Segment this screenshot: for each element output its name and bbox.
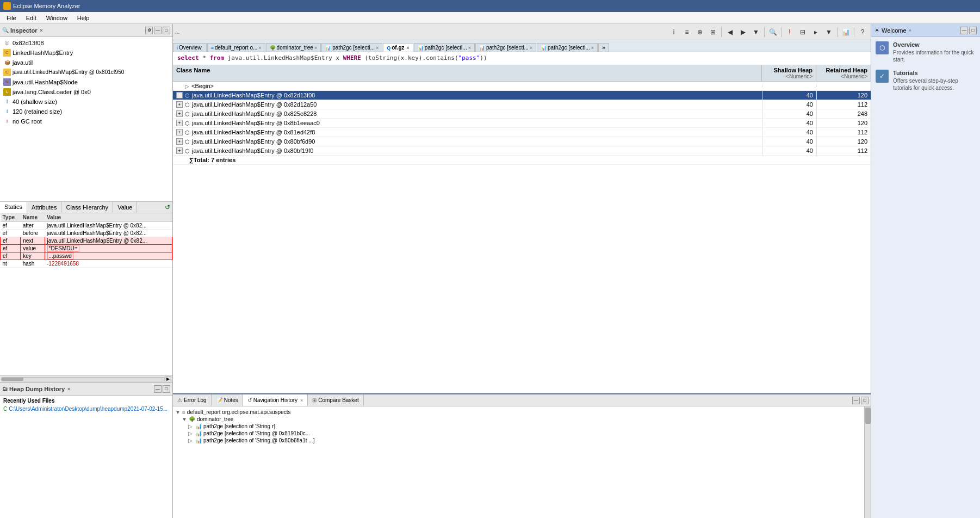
toolbar-help-btn[interactable]: ? bbox=[857, 26, 869, 38]
welcome-minimize[interactable]: — bbox=[960, 27, 968, 34]
tab-path2gc3[interactable]: 📊 path2gc [selecti... × bbox=[475, 43, 536, 52]
nav-item-path2ge-3[interactable]: ▷ 📊 path2ge [selection of 'String @ 0x80… bbox=[188, 437, 862, 444]
toolbar-run2-btn[interactable]: ▼ bbox=[823, 26, 835, 38]
tutorials-title: Tutorials bbox=[893, 70, 976, 76]
row1-label: java.util.LinkedHashMap$Entry @ 0x82d13f… bbox=[192, 92, 315, 98]
path2gc3-close[interactable]: × bbox=[530, 45, 532, 51]
row1-shallow: 40 bbox=[762, 91, 816, 100]
tab-default-report[interactable]: ≡ default_report o... × bbox=[207, 43, 265, 52]
path2gc4-close[interactable]: × bbox=[591, 45, 594, 51]
inspector-minimize[interactable]: — bbox=[154, 27, 162, 34]
table-row[interactable]: ef after java.util.LinkedHashMap$Entry @… bbox=[1, 222, 172, 230]
tab-nav-history[interactable]: ↺ Navigation History × bbox=[243, 394, 308, 406]
tab-oql[interactable]: Q of.gz × bbox=[383, 43, 413, 52]
inspector-retained: i 120 (retained size) bbox=[2, 107, 170, 116]
row5-expand-btn[interactable]: + bbox=[176, 129, 183, 135]
toolbar-chart-btn[interactable]: 📊 bbox=[840, 26, 852, 38]
toolbar-stop-btn[interactable]: ! bbox=[784, 26, 796, 38]
inspector-maximize[interactable]: □ bbox=[163, 27, 170, 34]
nav-history-close[interactable]: × bbox=[300, 398, 303, 403]
toolbar-add-btn[interactable]: ⊕ bbox=[694, 26, 706, 38]
result-row-begin[interactable]: ▷ <Begin> bbox=[173, 82, 871, 91]
inspector-header: 🔍 Inspector × ⚙ — □ bbox=[0, 24, 172, 37]
scroll-right[interactable]: ▶ bbox=[165, 376, 171, 383]
row-value: -1228491658 bbox=[45, 260, 172, 268]
default-report-close[interactable]: × bbox=[258, 45, 261, 51]
row-value: *DESMDU= bbox=[45, 245, 172, 252]
overview-text: Overview Provides information for the qu… bbox=[893, 41, 976, 63]
toolbar-reports-btn[interactable]: ≡ bbox=[681, 26, 693, 38]
row3-expand-btn[interactable]: + bbox=[176, 110, 183, 117]
nav-icon-1: ≡ bbox=[182, 409, 185, 415]
toolbar-info-btn[interactable]: i bbox=[668, 26, 680, 38]
inspector-toolbar-btn1[interactable]: ⚙ bbox=[145, 27, 153, 34]
row4-expand-btn[interactable]: + bbox=[176, 120, 183, 126]
result-row-5[interactable]: + ⬡ java.util.LinkedHashMap$Entry @ 0x81… bbox=[173, 128, 871, 137]
path2gc2-close[interactable]: × bbox=[468, 45, 471, 51]
tab-statics[interactable]: Statics bbox=[0, 202, 27, 213]
inspector-scrollbar[interactable]: ▶ bbox=[0, 375, 172, 382]
table-row-next[interactable]: ef next java.util.LinkedHashMap$Entry @ … bbox=[1, 237, 172, 245]
inspector-loader: L java.lang.ClassLoader @ 0x0 bbox=[2, 87, 170, 97]
toolbar-run-btn[interactable]: ▸ bbox=[810, 26, 822, 38]
tab-compare-basket[interactable]: ⊞ Compare Basket bbox=[308, 394, 363, 406]
row7-expand-btn[interactable]: + bbox=[176, 147, 183, 154]
row6-expand-btn[interactable]: + bbox=[176, 138, 183, 145]
menu-edit[interactable]: Edit bbox=[22, 14, 41, 22]
toolbar-back-btn[interactable]: ◀ bbox=[724, 26, 736, 38]
toolbar-dropdown-btn[interactable]: ▼ bbox=[750, 26, 762, 38]
result-row-1[interactable]: + ⬡ java.util.LinkedHashMap$Entry @ 0x82… bbox=[173, 91, 871, 100]
tab-error-log[interactable]: ⚠ Error Log bbox=[173, 394, 212, 406]
table-row-key[interactable]: ef key ...passwd bbox=[1, 252, 172, 260]
tab-overview[interactable]: i Overview bbox=[173, 43, 207, 52]
nav-item-default-report[interactable]: ▼ ≡ default_report org.eclipse.mat.api.s… bbox=[175, 409, 862, 416]
tab-notes[interactable]: 📝 Notes bbox=[212, 394, 243, 406]
nav-item-path2ge-2[interactable]: ▷ 📊 path2ge [selection of 'String @ 0x81… bbox=[188, 430, 862, 437]
tab-path2gc2[interactable]: 📊 path2gc [selecti... × bbox=[414, 43, 475, 52]
heap-file-item[interactable]: C C:\Users\Administrator\Desktop\dump\he… bbox=[3, 406, 169, 412]
result-row-7[interactable]: + ⬡ java.util.LinkedHashMap$Entry @ 0x80… bbox=[173, 146, 871, 156]
nav-item-dominator[interactable]: ▼ 🌳 dominator_tree bbox=[182, 416, 862, 423]
tab-dominator-tree[interactable]: 🌳 dominator_tree × bbox=[266, 43, 321, 52]
row2-expand-btn[interactable]: + bbox=[176, 101, 183, 108]
table-row-value[interactable]: ef value *DESMDU= bbox=[1, 245, 172, 252]
tab-value[interactable]: Value bbox=[113, 202, 137, 213]
row4-icon: ⬡ bbox=[185, 120, 190, 126]
tab-attributes[interactable]: Attributes bbox=[27, 202, 61, 213]
menu-window[interactable]: Window bbox=[42, 14, 72, 22]
dominator-tree-close[interactable]: × bbox=[314, 45, 317, 51]
recent-files-label: Recently Used Files bbox=[3, 398, 169, 404]
tab-path2gc4[interactable]: 📊 path2gc [selecti... × bbox=[537, 43, 598, 52]
welcome-maximize[interactable]: □ bbox=[969, 27, 977, 34]
tab-path2gc1[interactable]: 📊 path2gc [selecti... × bbox=[321, 43, 382, 52]
row1-expand-btn[interactable]: + bbox=[176, 92, 183, 98]
result-row-2[interactable]: + ⬡ java.util.LinkedHashMap$Entry @ 0x82… bbox=[173, 100, 871, 109]
bottom-minimize[interactable]: — bbox=[852, 397, 860, 404]
table-row[interactable]: ef before java.util.LinkedHashMap$Entry … bbox=[1, 230, 172, 237]
tab-overflow[interactable]: » bbox=[598, 43, 609, 52]
tab-class-hierarchy[interactable]: Class Hierarchy bbox=[61, 202, 113, 213]
toolbar-forward-btn[interactable]: ▶ bbox=[737, 26, 749, 38]
result-row-3[interactable]: + ⬡ java.util.LinkedHashMap$Entry @ 0x82… bbox=[173, 109, 871, 119]
row7-label: java.util.LinkedHashMap$Entry @ 0x80bf19… bbox=[192, 147, 313, 154]
refresh-icon[interactable]: ↺ bbox=[165, 203, 170, 211]
nav-label-5: path2ge [selection of 'String @ 0x80b6fl… bbox=[203, 437, 314, 443]
result-row-6[interactable]: + ⬡ java.util.LinkedHashMap$Entry @ 0x80… bbox=[173, 137, 871, 146]
toolbar-search-btn[interactable]: 🔍 bbox=[767, 26, 779, 38]
heap-maximize[interactable]: □ bbox=[163, 385, 170, 393]
bottom-maximize[interactable]: □ bbox=[861, 397, 869, 404]
toolbar-minus-btn[interactable]: ⊟ bbox=[797, 26, 809, 38]
table-row-hash[interactable]: nt hash -1228491658 bbox=[1, 260, 172, 268]
toolbar-grid-btn[interactable]: ⊞ bbox=[707, 26, 719, 38]
row-name: value bbox=[21, 245, 45, 252]
inspector-shallow: i 40 (shallow size) bbox=[2, 97, 170, 107]
heap-minimize[interactable]: — bbox=[154, 385, 162, 393]
nav-scrollbar-v[interactable] bbox=[864, 406, 871, 518]
menu-file[interactable]: File bbox=[2, 14, 21, 22]
nav-item-path2ge-1[interactable]: ▷ 📊 path2ge [selection of 'String r] bbox=[188, 423, 862, 430]
heap-dump-controls: — □ bbox=[154, 385, 170, 393]
path2gc1-close[interactable]: × bbox=[376, 45, 379, 51]
result-row-4[interactable]: + ⬡ java.util.LinkedHashMap$Entry @ 0x8b… bbox=[173, 119, 871, 128]
menu-help[interactable]: Help bbox=[73, 14, 94, 22]
overview-title: Overview bbox=[893, 41, 976, 48]
